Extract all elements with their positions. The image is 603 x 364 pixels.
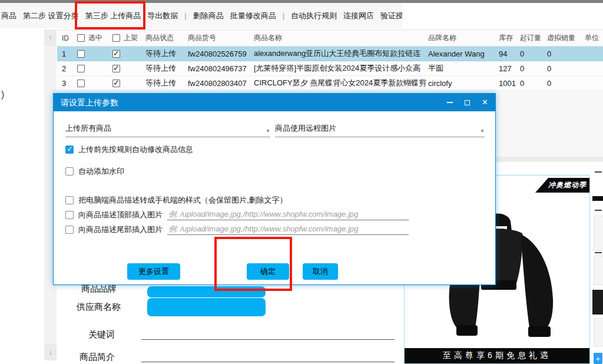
desc-bottom-image-label: 向商品描述尾部插入图片 [78, 224, 163, 235]
cell-min-order: 0 [520, 64, 547, 73]
select-all-checkbox[interactable] [77, 34, 85, 42]
row-select-checkbox[interactable] [77, 50, 85, 58]
main-toolbar: 商品 第二步 设置分类 第三步 上传商品 导出数据 | 删除商品 批量修改商品 … [0, 3, 402, 28]
mobile-style-label: 把电脑端商品描述转成手机端的样式（会保留图片,删除文字） [78, 195, 287, 206]
auto-modify-checkbox[interactable] [65, 145, 74, 154]
cell-stock: 94 [499, 49, 520, 58]
cancel-button[interactable]: 取消 [303, 263, 338, 280]
thumbnail-dash [595, 171, 602, 173]
maximize-icon[interactable] [465, 100, 470, 105]
thumbnail-partial-image[interactable] [592, 290, 603, 315]
cell-brand: Alexander Wang [428, 49, 499, 58]
cell-virtual-sales: 0 [547, 64, 585, 73]
table-row[interactable]: 3 等待上传 fw240802803407 CIRCLOFY瑟夕 燕尾蝶背心女2… [57, 76, 603, 91]
row-shelf-checkbox[interactable] [112, 65, 120, 72]
thumbnail-item[interactable] [594, 256, 603, 285]
toolbar-right-blank [402, 3, 603, 28]
col-header-stock: 库存 [499, 33, 520, 43]
cell-sku: fw240802526759 [188, 49, 254, 58]
table-row[interactable]: 2 等待上传 fw240802496737 [尤莱特穿搭]半圆原创女装2024夏… [57, 61, 603, 76]
upload-scope-dropdown[interactable]: 上传所有商品 ▼ [65, 123, 270, 137]
desc-bottom-image-input[interactable] [167, 224, 409, 235]
toolbar-item-connect-shop[interactable]: 连接网店 [343, 11, 374, 21]
app-window: 商品 第二步 设置分类 第三步 上传商品 导出数据 | 删除商品 批量修改商品 … [0, 0, 603, 364]
cell-name: alexanderwang亚历山大王经典毛圈布短款拉链连 [254, 48, 428, 59]
col-header-id: ID [57, 34, 77, 42]
toolbar-item-auto-rules[interactable]: 自动执行规则 [291, 11, 337, 21]
desc-bottom-image-checkbox[interactable] [65, 226, 74, 234]
auto-modify-label: 上传前先按规则自动修改商品信息 [78, 144, 193, 155]
col-header-virtual-sales: 虚拟销量 [547, 33, 585, 43]
col-header-unit: 单位 [585, 33, 603, 43]
close-icon[interactable]: ✕ [482, 94, 488, 111]
row-select-checkbox[interactable] [77, 65, 85, 72]
cell-stock: 1001 [499, 79, 520, 88]
minimize-icon[interactable] [447, 102, 453, 103]
image-source-dropdown[interactable]: 商品使用远程图片 ▼ [275, 123, 485, 137]
form-label-intro: 商品简介 [79, 352, 115, 363]
cell-brand: circlofy [428, 79, 499, 88]
form-label-keywords: 关键词 [88, 329, 115, 340]
cell-stock: 127 [499, 64, 520, 73]
chevron-down-icon: ▼ [480, 128, 485, 134]
promo-banner: 至高尊享6期免息礼遇 [405, 348, 589, 363]
col-header-brand: 品牌名称 [428, 33, 499, 43]
cell-id: 2 [57, 64, 77, 73]
cell-min-order: 0 [520, 79, 547, 88]
keywords-input[interactable] [141, 327, 395, 340]
thumbnail-item[interactable] [594, 216, 603, 251]
table-row[interactable]: 1 等待上传 fw240802526759 alexanderwang亚历山大王… [57, 47, 603, 61]
cell-id: 3 [57, 79, 77, 88]
desc-top-image-checkbox[interactable] [65, 211, 74, 219]
cell-sku: fw240802496737 [188, 64, 254, 73]
table-header-row: ID 选中 上架 商品状态 商品货号 商品名称 品牌名称 库存 起订量 虚拟销量… [57, 30, 603, 47]
watermark-label: 自动添加水印 [78, 166, 124, 177]
thumbnail-item[interactable] [594, 318, 603, 346]
toolbar-item-step2-set-category[interactable]: 第二步 设置分类 [23, 11, 79, 21]
col-header-min-order: 起订量 [520, 33, 547, 43]
cell-sku: fw240802803407 [188, 79, 254, 88]
more-settings-button[interactable]: 更多设置 [127, 263, 180, 280]
stray-character: ) [1, 90, 4, 100]
thumbnail-dash [595, 210, 602, 211]
form-label-supplier: 供应商名称 [77, 302, 121, 313]
annotation-box-ok [214, 237, 292, 291]
col-header-selected: 选中 [77, 33, 112, 43]
shelf-all-checkbox[interactable] [112, 34, 120, 42]
toolbar-item-product[interactable]: 商品 [1, 11, 16, 21]
scroll-up-icon[interactable]: ↑ [44, 29, 57, 46]
toolbar-separator: | [184, 11, 186, 20]
row-shelf-checkbox[interactable] [112, 80, 120, 87]
cell-virtual-sales: 0 [547, 49, 585, 58]
desc-top-image-input[interactable] [167, 210, 409, 220]
cell-name: CIRCLOFY瑟夕 燕尾蝶背心女2024夏季新款蝴蝶剪 [254, 78, 428, 88]
image-source-value: 商品使用远程图片 [275, 123, 336, 134]
supplier-select-field[interactable] [147, 298, 266, 316]
cell-brand: 半圆 [428, 63, 499, 74]
cell-status: 等待上传 [145, 78, 188, 88]
col-header-status: 商品状态 [145, 33, 188, 43]
watermark-checkbox[interactable] [65, 167, 74, 176]
col-header-shelf: 上架 [112, 33, 145, 43]
toolbar-item-export-data[interactable]: 导出数据 [147, 11, 178, 21]
thumbnail-dash [595, 252, 602, 253]
col-header-selected-label: 选中 [88, 33, 102, 43]
toolbar-separator: | [283, 11, 284, 20]
annotation-box-step3 [75, 1, 145, 29]
row-select-checkbox[interactable] [77, 80, 85, 87]
col-header-name: 商品名称 [254, 33, 428, 43]
chevron-down-icon: ▼ [266, 128, 270, 134]
toolbar-item-batch-edit[interactable]: 批量修改商品 [230, 11, 276, 21]
row-shelf-checkbox[interactable] [112, 50, 120, 58]
cell-status: 等待上传 [145, 63, 188, 74]
scroll-down-icon[interactable]: ↓ [44, 344, 57, 360]
cell-status: 等待上传 [145, 48, 188, 59]
cell-virtual-sales: 0 [547, 79, 585, 88]
thumbnail-partial-dark [592, 196, 603, 201]
cell-min-order: 0 [520, 49, 547, 58]
mobile-style-checkbox[interactable] [65, 196, 74, 204]
cell-name: [尤莱特穿搭]半圆原创女装2024夏季设计感小众高 [254, 63, 428, 74]
toolbar-item-delete-product[interactable]: 删除商品 [193, 11, 224, 21]
intro-input[interactable] [141, 350, 395, 362]
add-image-button[interactable]: + [594, 353, 602, 364]
